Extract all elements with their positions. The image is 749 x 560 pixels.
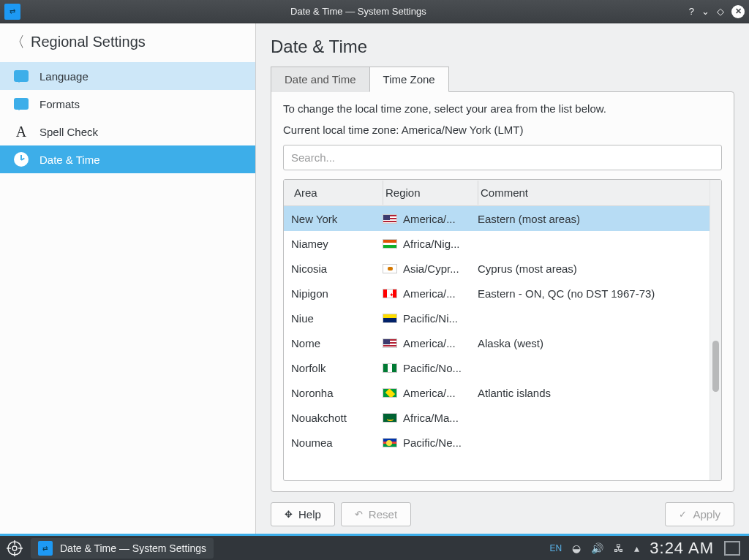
taskbar: ⇄ Date & Time — System Settings EN ◒ 🔊 🖧… [0, 534, 749, 560]
flag-icon [383, 214, 397, 224]
volume-icon[interactable]: 🔊 [591, 542, 603, 554]
search-input[interactable] [284, 145, 721, 170]
table-row[interactable]: NorfolkPacific/No... [284, 355, 710, 380]
flag-icon [383, 363, 397, 373]
network-icon[interactable]: 🖧 [614, 542, 624, 554]
chevron-left-icon: 〈 [10, 32, 25, 52]
cell-region: America/... [383, 213, 478, 225]
cell-region: America/... [383, 387, 478, 399]
table-row[interactable]: NomeAmerica/...Alaska (west) [284, 330, 710, 355]
updates-icon[interactable]: ◒ [572, 542, 581, 554]
clock[interactable]: 3:24 AM [650, 539, 714, 558]
help-button[interactable]: ✥ Help [271, 502, 335, 526]
flag-icon [383, 264, 397, 273]
flag-icon [383, 239, 397, 249]
app-icon: ⇄ [38, 541, 53, 556]
sidebar-header-label: Regional Settings [31, 34, 146, 50]
cell-region: Pacific/Ne... [383, 436, 478, 449]
check-icon: ✓ [679, 509, 687, 520]
speech-bubble-icon [13, 68, 29, 84]
table-row[interactable]: NiuePacific/Ni... [284, 306, 710, 330]
cell-area: Noumea [291, 436, 383, 449]
cell-area: New York [291, 213, 383, 225]
page-title: Date & Time [271, 29, 734, 66]
instruction-text: To change the local time zone, select yo… [283, 102, 722, 115]
cell-area: Nipigon [291, 287, 383, 300]
cell-region: Africa/Ma... [383, 412, 478, 424]
button-label: Reset [369, 508, 397, 521]
table-row[interactable]: NoronhaAmerica/...Atlantic islands [284, 380, 710, 405]
scrollbar-thumb[interactable] [712, 341, 719, 392]
app-icon: ⇄ [4, 4, 20, 20]
table-row[interactable]: New YorkAmerica/...Eastern (most areas) [284, 206, 710, 231]
content-pane: Date & Time Date and Time Time Zone To c… [256, 23, 749, 534]
button-label: Apply [693, 508, 720, 521]
help-icon[interactable]: ? [689, 6, 694, 17]
keyboard-layout-indicator[interactable]: EN [550, 543, 562, 553]
table-row[interactable]: NicosiaAsia/Cypr...Cyprus (most areas) [284, 256, 710, 281]
table-row[interactable]: Nipigon✦America/...Eastern - ON, QC (no … [284, 281, 710, 306]
col-header-area[interactable]: Area [291, 181, 383, 205]
sidebar-item-language[interactable]: Language [0, 62, 255, 90]
show-desktop-button[interactable] [724, 541, 740, 556]
flag-icon [383, 438, 397, 447]
timezone-table: Area Region Comment New YorkAmerica/...E… [283, 179, 722, 481]
app-launcher-icon[interactable] [4, 538, 25, 559]
speech-bubble-icon [13, 96, 29, 112]
sidebar-item-label: Spell Check [39, 126, 98, 138]
taskbar-entry-label: Date & Time — System Settings [60, 542, 206, 554]
tab-bar: Date and Time Time Zone [271, 66, 734, 91]
cell-region: Pacific/No... [383, 362, 478, 374]
current-timezone-text: Current local time zone: America/New Yor… [283, 124, 722, 136]
table-row[interactable]: NoumeaPacific/Ne... [284, 430, 710, 455]
timezone-panel: To change the local time zone, select yo… [271, 91, 734, 492]
flag-icon [383, 388, 397, 398]
cell-comment: Atlantic islands [478, 387, 702, 399]
tab-date-and-time[interactable]: Date and Time [271, 67, 370, 92]
maximize-icon[interactable]: ◇ [717, 6, 724, 17]
reset-button[interactable]: ↶ Reset [341, 502, 411, 526]
cell-area: Niue [291, 312, 383, 325]
cell-region: America/... [383, 337, 478, 349]
sidebar-item-datetime[interactable]: Date & Time [0, 145, 255, 173]
cell-area: Niamey [291, 238, 383, 250]
sidebar-item-label: Language [39, 70, 89, 83]
sidebar-item-formats[interactable]: Formats [0, 90, 255, 118]
window-title: Date & Time — System Settings [28, 6, 689, 17]
sidebar-back-button[interactable]: 〈 Regional Settings [0, 23, 255, 62]
table-header: Area Region Comment [284, 180, 710, 206]
flag-icon [383, 338, 397, 348]
tab-time-zone[interactable]: Time Zone [369, 67, 449, 92]
table-row[interactable]: NiameyAfrica/Nig... [284, 231, 710, 256]
cell-region: Asia/Cypr... [383, 262, 478, 275]
tray-expand-icon[interactable]: ▴ [634, 542, 639, 554]
cell-comment: Eastern (most areas) [478, 213, 702, 225]
cell-area: Norfolk [291, 362, 383, 374]
minimize-icon[interactable]: ⌄ [701, 6, 710, 17]
flag-icon [383, 413, 397, 423]
help-icon: ✥ [285, 509, 293, 520]
table-row[interactable]: NouakchottAfrica/Ma... [284, 405, 710, 430]
flag-icon [383, 314, 397, 323]
col-header-region[interactable]: Region [383, 181, 478, 205]
taskbar-entry[interactable]: ⇄ Date & Time — System Settings [31, 538, 214, 559]
sidebar-item-label: Formats [39, 98, 80, 110]
scrollbar[interactable] [710, 180, 721, 480]
tab-label: Date and Time [285, 73, 356, 86]
cell-region: ✦America/... [383, 287, 478, 300]
cell-region: Pacific/Ni... [383, 312, 478, 325]
cell-area: Nome [291, 337, 383, 349]
close-icon[interactable]: ✕ [731, 5, 745, 18]
search-box [283, 145, 722, 170]
flag-icon: ✦ [383, 289, 397, 298]
cell-comment: Alaska (west) [478, 337, 702, 349]
col-header-comment[interactable]: Comment [478, 181, 703, 205]
clock-icon [13, 151, 29, 167]
sidebar-item-spellcheck[interactable]: A Spell Check [0, 118, 255, 145]
undo-icon: ↶ [355, 509, 363, 520]
cell-comment: Cyprus (most areas) [478, 262, 702, 275]
apply-button[interactable]: ✓ Apply [665, 502, 734, 526]
sidebar: 〈 Regional Settings Language Formats A S… [0, 23, 256, 534]
button-row: ✥ Help ↶ Reset ✓ Apply [271, 492, 734, 526]
tab-label: Time Zone [383, 73, 435, 86]
